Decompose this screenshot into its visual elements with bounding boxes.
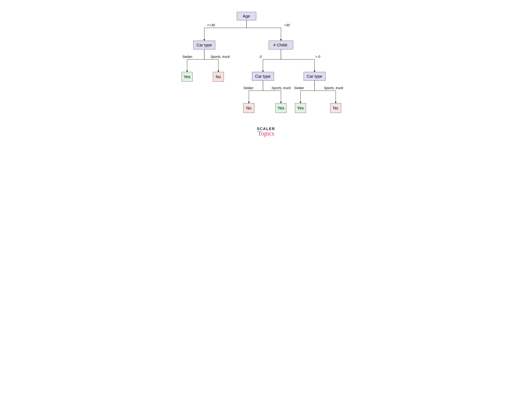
leaf-no-1: No [213, 72, 224, 82]
edge-age-le30: <=30 [207, 23, 215, 27]
edge-age-eq30: =30 [284, 23, 290, 27]
edge-sports-1: Sports, truck [210, 55, 230, 59]
leaf-yes-2: Yes [275, 103, 286, 113]
edge-child-0: 0 [260, 55, 262, 59]
decision-tree-diagram: Age Car type # Childr. Car type Car type… [168, 0, 364, 148]
node-car-type-left: Car type [193, 41, 215, 50]
edge-sports-2: Sports, truck [272, 86, 291, 90]
leaf-yes-3: Yes [295, 103, 306, 113]
edge-child-gt0: > 0 [315, 55, 320, 59]
edge-sports-3: Sports, truck [324, 86, 343, 90]
edge-sedan-2: Sedan [243, 86, 253, 90]
leaf-yes-1: Yes [182, 72, 193, 82]
node-age: Age [237, 12, 256, 20]
scaler-topics-logo: SCALER Topics [253, 127, 279, 137]
node-children: # Childr. [269, 41, 293, 50]
node-car-type-right: Car type [304, 72, 325, 81]
edge-sedan-1: Sedan [182, 55, 192, 59]
leaf-no-2: No [243, 103, 254, 113]
leaf-no-3: No [330, 103, 341, 113]
edge-sedan-3: Sedan [294, 86, 304, 90]
node-car-type-mid: Car type [252, 72, 274, 81]
